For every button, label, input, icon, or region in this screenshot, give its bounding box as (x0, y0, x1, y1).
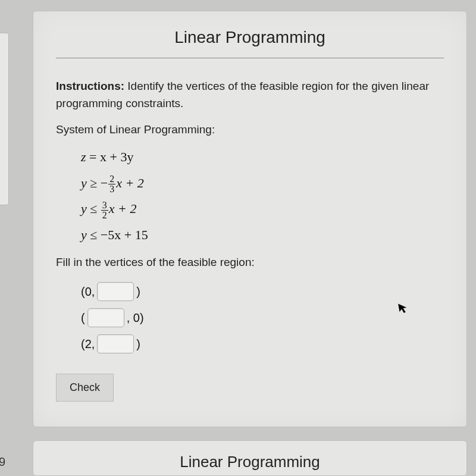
eq3-op: ≤ (87, 201, 101, 216)
eq2-fraction: 23 (108, 174, 115, 194)
instructions: Instructions: Identify the vertices of t… (56, 77, 444, 112)
eq2-num: 2 (108, 174, 115, 184)
eq4-lhs: y (81, 227, 87, 242)
equation-2: y ≥ −23x + 2 (81, 171, 444, 196)
vertex-3-y-input[interactable] (97, 334, 134, 353)
vertex-2-x-input[interactable] (87, 308, 124, 327)
vertex-row-3: (2, ) (81, 331, 444, 357)
eq2-tail: x + 2 (116, 176, 144, 190)
vertices-block: (0, ) ( , 0) (2, ) (81, 278, 444, 357)
sidebar-fragment (0, 33, 9, 205)
eq3-den: 2 (101, 211, 108, 220)
check-button[interactable]: Check (56, 374, 114, 402)
vertex-row-1: (0, ) (81, 278, 444, 305)
equation-4: y ≤ −5x + 15 (81, 223, 444, 248)
eq3-tail: x + 2 (109, 201, 137, 216)
eq2-lhs: y (81, 176, 87, 190)
eq1-lhs: z (81, 149, 86, 164)
vertex-1-y-input[interactable] (97, 282, 134, 301)
equation-3: y ≤ 32x + 2 (81, 196, 444, 221)
v2-mid: , 0) (127, 302, 144, 333)
next-title: Linear Programming (56, 453, 444, 471)
equations-block: z = x + 3y y ≥ −23x + 2 y ≤ 32x + 2 y ≤ … (81, 145, 444, 248)
system-label: System of Linear Programming: (56, 123, 444, 136)
sidebar-number-bottom: 9 (0, 455, 5, 469)
instructions-label: Instructions: (56, 80, 124, 92)
next-problem-card: Linear Programming (33, 440, 467, 476)
eq3-num: 3 (101, 201, 108, 211)
page-title: Linear Programming (56, 28, 444, 47)
problem-card: Linear Programming Instructions: Identif… (33, 11, 467, 427)
eq3-lhs: y (81, 201, 87, 216)
eq3-fraction: 32 (101, 201, 108, 220)
eq1-rhs: = x + 3y (86, 149, 134, 164)
v3-pre: (2, (81, 328, 95, 359)
vertex-row-2: ( , 0) (81, 305, 444, 331)
eq4-rhs: ≤ −5x + 15 (87, 227, 148, 242)
fill-vertices-label: Fill in the vertices of the feasible reg… (56, 256, 444, 269)
v3-post: ) (136, 328, 140, 359)
divider (56, 58, 444, 58)
eq2-op: ≥ − (87, 176, 108, 190)
equation-1: z = x + 3y (81, 145, 444, 170)
eq2-den: 3 (108, 184, 115, 194)
